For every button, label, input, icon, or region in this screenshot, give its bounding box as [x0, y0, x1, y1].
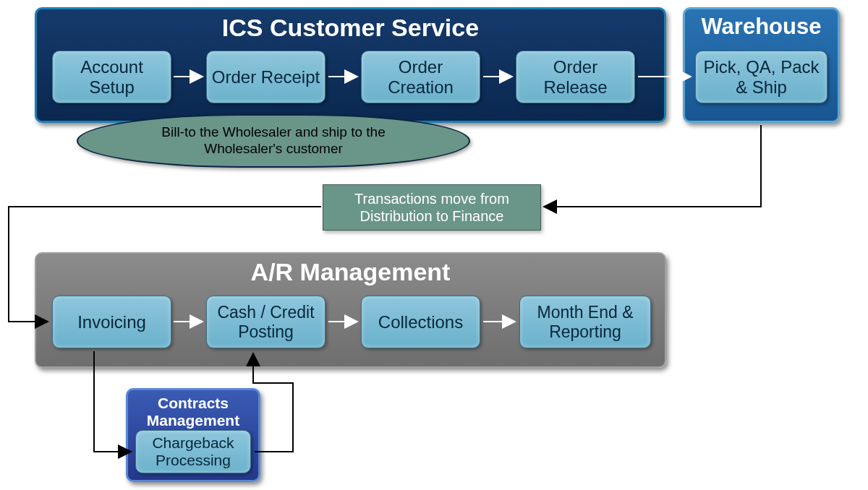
- invoicing-label: Invoicing: [77, 312, 146, 332]
- pick-qa-pack-ship-step: Pick, QA, Pack & Ship: [695, 51, 827, 103]
- customer-service-title: ICS Customer Service: [37, 14, 664, 42]
- order-receipt-step: Order Receipt: [206, 51, 326, 103]
- collections-label: Collections: [378, 312, 463, 332]
- bill-ship-note: Bill-to the Wholesaler and ship to the W…: [77, 114, 470, 168]
- chargeback-processing-step: Chargeback Processing: [135, 430, 251, 473]
- transition-note: Transactions move from Distribution to F…: [323, 184, 541, 231]
- warehouse-title: Warehouse: [685, 14, 838, 40]
- arrow-warehouse-to-transition: [544, 125, 761, 207]
- order-creation-label: Order Creation: [366, 57, 475, 97]
- order-release-step: Order Release: [516, 51, 635, 103]
- cash-credit-posting-label: Cash / Credit Posting: [211, 303, 320, 341]
- account-setup-step: Account Setup: [52, 51, 171, 103]
- order-release-label: Order Release: [521, 57, 630, 97]
- transition-note-text: Transactions move from Distribution to F…: [323, 190, 540, 225]
- month-end-reporting-label: Month End & Reporting: [524, 303, 646, 341]
- collections-step: Collections: [361, 296, 480, 348]
- order-creation-step: Order Creation: [361, 51, 480, 103]
- month-end-reporting-step: Month End & Reporting: [519, 296, 651, 348]
- invoicing-step: Invoicing: [52, 296, 171, 348]
- pick-qa-pack-ship-label: Pick, QA, Pack & Ship: [700, 57, 822, 97]
- ar-management-title: A/R Management: [36, 258, 665, 286]
- cash-credit-posting-step: Cash / Credit Posting: [206, 296, 326, 348]
- contracts-title: Contracts Management: [128, 395, 258, 429]
- account-setup-label: Account Setup: [57, 57, 166, 97]
- chargeback-processing-label: Chargeback Processing: [140, 434, 246, 469]
- order-receipt-label: Order Receipt: [212, 67, 320, 87]
- bill-ship-note-text: Bill-to the Wholesaler and ship to the W…: [147, 124, 400, 158]
